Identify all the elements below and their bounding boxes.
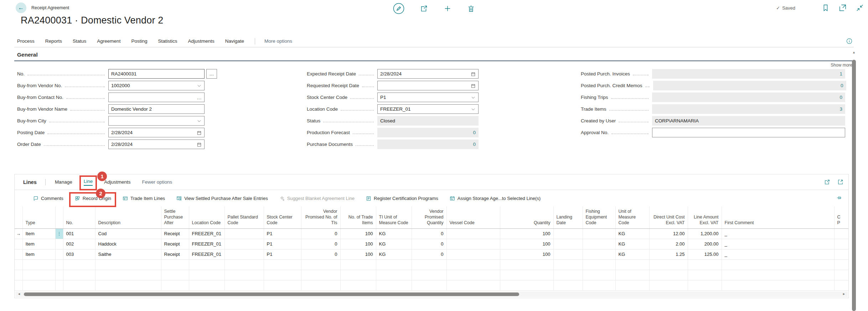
cell-ti-uom[interactable]: KG <box>376 228 412 239</box>
cell-type[interactable]: Item <box>22 249 55 259</box>
cell-quantity[interactable]: 100 <box>500 228 553 239</box>
cell-stock[interactable]: P1 <box>264 249 301 259</box>
cell-promised-qty[interactable]: 0 <box>412 239 446 249</box>
empty-row[interactable] <box>15 280 848 290</box>
column-first-comment[interactable]: First Comment <box>722 206 834 228</box>
edit-button-icon[interactable] <box>393 3 404 14</box>
menu-posting[interactable]: Posting <box>131 38 147 44</box>
cell-fishing-code[interactable] <box>583 228 615 239</box>
cell-first-comment[interactable]: _ <box>722 228 834 239</box>
cell-quantity[interactable]: 100 <box>500 239 553 249</box>
empty-row[interactable] <box>15 259 848 270</box>
order-date-field[interactable]: 2/28/2024 <box>108 139 205 149</box>
cell-type[interactable]: Item <box>22 228 55 239</box>
cell-settle[interactable]: Receipt <box>161 239 189 249</box>
menu-navigate[interactable]: Navigate <box>225 38 244 44</box>
share-icon[interactable] <box>824 179 830 185</box>
column-vessel-code[interactable]: Vessel Code <box>446 206 500 228</box>
cell-ti-uom[interactable]: KG <box>376 249 412 259</box>
requested-receipt-date-field[interactable] <box>377 81 479 90</box>
row-menu-button[interactable] <box>55 249 63 259</box>
cell-pallet[interactable] <box>224 228 264 239</box>
assign-storage-age-button[interactable]: Assign Storage Age...to Selected Line(s) <box>450 196 541 201</box>
trade-item-lines-button[interactable]: Trade Item Lines <box>123 196 165 201</box>
approval-no-field[interactable] <box>652 128 845 137</box>
tab-manage[interactable]: Manage <box>55 179 72 185</box>
cell-vessel[interactable] <box>446 239 500 249</box>
posted-purch-invoices-field[interactable]: 1 <box>652 69 845 79</box>
scroll-left-icon[interactable]: ◄ <box>17 292 21 296</box>
cell-no[interactable]: 003 <box>63 249 95 259</box>
menu-agreement[interactable]: Agreement <box>97 38 120 44</box>
fewer-options[interactable]: Fewer options <box>142 179 172 185</box>
posted-purch-credit-memos-field[interactable]: 0 <box>653 81 846 90</box>
cell-ti-uom[interactable]: KG <box>376 239 412 249</box>
register-certification-programs-button[interactable]: Register Certification Programs <box>366 196 438 201</box>
ellipsis-icon[interactable]: … <box>197 96 202 99</box>
cell-vessel[interactable] <box>446 228 500 239</box>
column-stock-center-code[interactable]: Stock Center Code <box>264 206 301 228</box>
purchase-documents-field[interactable]: 0 <box>377 139 479 149</box>
chevron-down-icon[interactable] <box>197 118 202 123</box>
cell-uom[interactable]: KG <box>615 239 649 249</box>
cell-first-comment[interactable]: _ <box>722 239 834 249</box>
cell-settle[interactable]: Receipt <box>161 228 189 239</box>
cell-description[interactable]: Saithe <box>95 249 161 259</box>
column-quantity[interactable]: Quantity <box>500 206 553 228</box>
table-row[interactable]: → Item ⋮ 001 Cod Receipt FREEZER_01 P1 0… <box>15 228 848 239</box>
column-ti-unit-of-measure-code[interactable]: TI Unit of Measure Code <box>376 206 412 228</box>
back-button[interactable]: ← <box>16 2 26 13</box>
cell-promised-qty[interactable]: 0 <box>412 228 446 239</box>
cell-fishing-code[interactable] <box>583 249 615 259</box>
buy-from-vendor-name-field[interactable]: Domestic Vendor 2 <box>108 104 205 114</box>
column-vendor-promised-quantity[interactable]: Vendor Promised Quantity <box>412 206 446 228</box>
menu-statistics[interactable]: Statistics <box>158 38 177 44</box>
delete-trash-icon[interactable] <box>467 5 475 12</box>
buy-from-contact-no-field[interactable]: … <box>108 93 205 102</box>
cell-trade-items[interactable]: 100 <box>340 239 376 249</box>
cell-type[interactable]: Item <box>22 239 55 249</box>
column-no[interactable]: No. <box>63 206 95 228</box>
trade-items-field[interactable]: 3 <box>652 104 845 114</box>
cell-landing-date[interactable] <box>553 249 583 259</box>
cell-description[interactable]: Cod <box>95 228 161 239</box>
cell-trade-items[interactable]: 100 <box>340 228 376 239</box>
calendar-icon[interactable] <box>197 130 202 135</box>
open-in-window-icon[interactable] <box>839 4 847 12</box>
cell-promised-tls[interactable]: 0 <box>301 249 340 259</box>
cell-quantity[interactable]: 100 <box>500 249 553 259</box>
row-menu-button[interactable]: ⋮ <box>55 228 63 239</box>
menu-process[interactable]: Process <box>17 38 35 44</box>
horizontal-scrollbar-thumb[interactable] <box>24 292 519 296</box>
column-no-of-trade-items[interactable]: No. of Trade Items <box>340 206 376 228</box>
info-icon[interactable] <box>846 38 852 44</box>
cell-uom[interactable]: KG <box>615 249 649 259</box>
view-settled-entries-button[interactable]: View Settled Purchase After Sale Entries <box>176 196 268 201</box>
column-settle-purchase-after[interactable]: Settle Purchase After <box>161 206 189 228</box>
menu-status[interactable]: Status <box>73 38 86 44</box>
vertical-scrollbar[interactable]: ▲ <box>851 46 857 311</box>
calendar-icon[interactable] <box>197 142 202 147</box>
scroll-right-icon[interactable]: ► <box>842 292 846 296</box>
table-row[interactable]: Item 002 Haddock Receipt FREEZER_01 P1 0… <box>15 239 848 249</box>
expected-receipt-date-field[interactable]: 2/28/2024 <box>377 69 479 79</box>
column-landing-date[interactable]: Landing Date <box>553 206 583 228</box>
cell-location[interactable]: FREEZER_01 <box>189 228 224 239</box>
chevron-down-icon[interactable] <box>471 95 476 100</box>
cell-unit-cost[interactable]: 1.25 <box>649 249 688 259</box>
column-type[interactable]: Type <box>22 206 55 228</box>
column-unit-of-measure-code[interactable]: Unit of Measure Code <box>615 206 649 228</box>
location-code-field[interactable]: FREEZER_01 <box>377 104 479 114</box>
cell-landing-date[interactable] <box>553 239 583 249</box>
row-menu-button[interactable] <box>55 239 63 249</box>
pin-part-button[interactable] <box>836 195 842 202</box>
fishing-trips-field[interactable]: 0 <box>652 93 845 102</box>
column-cut-off[interactable]: C P <box>834 206 848 228</box>
cell-stock[interactable]: P1 <box>264 239 301 249</box>
cell-line-amount[interactable]: 1,200.00 <box>688 228 722 239</box>
share-icon[interactable] <box>420 5 428 12</box>
scroll-up-icon[interactable]: ▲ <box>852 51 856 54</box>
vertical-scrollbar-thumb[interactable] <box>852 60 856 311</box>
empty-row[interactable] <box>15 270 848 280</box>
column-direct-unit-cost[interactable]: Direct Unit Cost Excl. VAT <box>649 206 688 228</box>
